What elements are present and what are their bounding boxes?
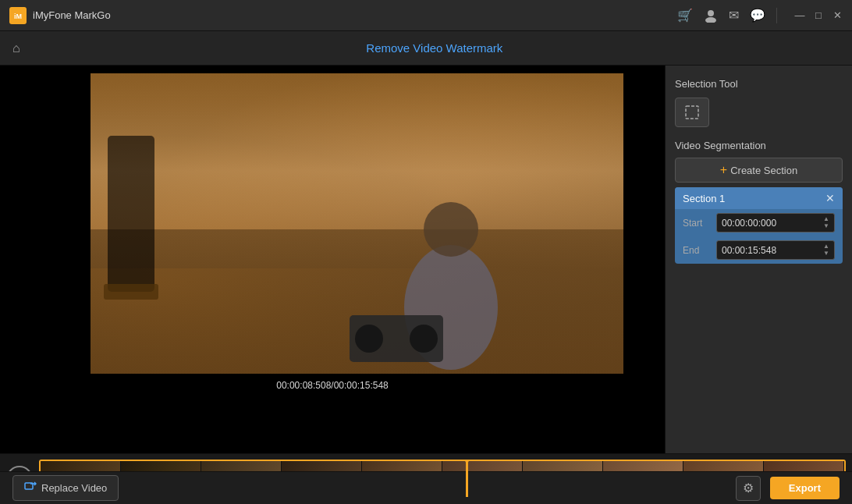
selection-tool-button[interactable]: [675, 98, 709, 127]
plus-icon: +: [720, 163, 727, 177]
video-frame: [37, 73, 627, 374]
cart-icon[interactable]: 🛒: [677, 8, 693, 23]
page-title: Remove Video Watermark: [30, 41, 840, 55]
section1-start-row: Start 00:00:00:000 ▲ ▼: [675, 209, 843, 236]
replace-video-button[interactable]: Replace Video: [12, 475, 119, 501]
export-button[interactable]: Export: [770, 477, 840, 499]
svg-point-13: [410, 325, 438, 353]
section1-start-up[interactable]: ▲: [823, 216, 829, 222]
title-bar-left: iM iMyFone MarkGo: [9, 7, 111, 24]
right-actions: ⚙ Export: [736, 476, 840, 501]
mail-icon[interactable]: ✉: [729, 8, 739, 23]
svg-point-3: [705, 17, 716, 23]
video-timestamp: 00:00:08:508/00:00:15:548: [276, 380, 388, 391]
timeline-playhead[interactable]: [466, 460, 468, 499]
app-title: iMyFone MarkGo: [33, 9, 111, 21]
video-area: 00:00:08:508/00:00:15:548: [0, 66, 665, 453]
section1-end-down[interactable]: ▼: [823, 250, 829, 257]
svg-rect-6: [37, 73, 91, 374]
header-bar: ⌂ Remove Video Watermark: [0, 31, 852, 66]
section1-start-value: 00:00:00:000: [722, 218, 776, 229]
chat-icon[interactable]: 💬: [750, 8, 765, 23]
home-icon[interactable]: ⌂: [12, 41, 20, 55]
main-content: 00:00:08:508/00:00:15:548 Selection Tool…: [0, 66, 852, 453]
svg-rect-14: [686, 106, 698, 119]
app-logo: iM: [9, 7, 27, 24]
svg-point-10: [424, 202, 478, 257]
right-panel: Selection Tool Video Segmentation + Crea…: [665, 66, 852, 453]
action-bar: Replace Video ⚙ Export: [0, 471, 852, 504]
section1-end-spinner[interactable]: ▲ ▼: [823, 243, 829, 257]
create-section-label: Create Section: [730, 165, 797, 176]
selection-tool-title: Selection Tool: [675, 78, 843, 90]
settings-icon: ⚙: [743, 481, 754, 495]
replace-video-label: Replace Video: [41, 482, 107, 494]
svg-rect-7: [108, 136, 154, 292]
section1-start-label: Start: [683, 218, 710, 229]
user-icon[interactable]: [704, 9, 718, 23]
svg-text:iM: iM: [14, 12, 22, 20]
divider: [776, 8, 777, 23]
minimize-button[interactable]: —: [794, 10, 805, 21]
section1-end-value: 00:00:15:548: [722, 245, 776, 256]
title-bar: iM iMyFone MarkGo 🛒 ✉ 💬 — □ ✕: [0, 0, 852, 31]
section1-start-spinner[interactable]: ▲ ▼: [823, 216, 829, 229]
section1-end-row: End 00:00:15:548 ▲ ▼: [675, 236, 843, 264]
video-segmentation-section: Video Segmentation + Create Section Sect…: [675, 140, 843, 264]
video-player[interactable]: [37, 73, 627, 374]
create-section-button[interactable]: + Create Section: [675, 158, 843, 183]
section1-start-down[interactable]: ▼: [823, 223, 829, 229]
svg-point-2: [708, 10, 714, 16]
title-bar-right: 🛒 ✉ 💬 — □ ✕: [677, 8, 843, 23]
section1-label: Section 1: [683, 193, 725, 204]
svg-point-12: [355, 325, 383, 353]
section1-end-up[interactable]: ▲: [823, 243, 829, 250]
settings-button[interactable]: ⚙: [736, 476, 761, 501]
maximize-button[interactable]: □: [813, 10, 824, 21]
close-button[interactable]: ✕: [832, 10, 843, 21]
svg-rect-8: [104, 284, 158, 300]
replace-icon: [24, 481, 37, 495]
selection-tool-section: Selection Tool: [675, 78, 843, 127]
section1-start-input[interactable]: 00:00:00:000 ▲ ▼: [716, 213, 835, 232]
section1-close-button[interactable]: ✕: [825, 192, 835, 204]
section1-end-label: End: [683, 245, 710, 256]
section1-header[interactable]: Section 1 ✕: [675, 187, 843, 209]
video-segmentation-title: Video Segmentation: [675, 140, 843, 151]
window-controls: — □ ✕: [794, 10, 843, 21]
section1-end-input[interactable]: 00:00:15:548 ▲ ▼: [716, 240, 835, 260]
section1-item: Section 1 ✕ Start 00:00:00:000 ▲ ▼ End: [675, 187, 843, 264]
